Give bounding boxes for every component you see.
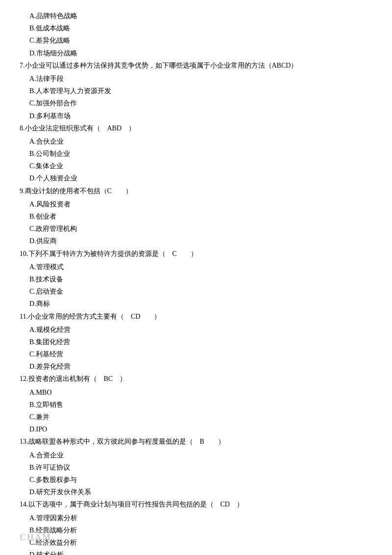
option-item: D.技术分析 bbox=[20, 549, 372, 555]
option-item: B.公司制企业 bbox=[20, 148, 372, 160]
question-item: 12.投资者的退出机制有（ BC ） bbox=[20, 373, 372, 385]
option-item: B.许可证协议 bbox=[20, 461, 372, 474]
option-item: D.多利基市场 bbox=[20, 110, 372, 122]
option-item: C.差异化战略 bbox=[20, 34, 372, 47]
option-item: A.MBO bbox=[20, 386, 372, 399]
option-item: D.研究开发伙伴关系 bbox=[20, 486, 372, 498]
option-item: C.利基经营 bbox=[20, 348, 372, 360]
option-item: A.风险投资者 bbox=[20, 198, 372, 210]
option-item: A.管理因素分析 bbox=[20, 512, 372, 524]
option-item: B.集团化经营 bbox=[20, 336, 372, 348]
option-item: C.政府管理机构 bbox=[20, 223, 372, 235]
option-item: B.技术设备 bbox=[20, 273, 372, 285]
main-content: A.品牌特色战略B.低成本战略C.差异化战略D.市场细分战略7.小企业可以通过多… bbox=[20, 10, 372, 555]
option-item: D.市场细分战略 bbox=[20, 47, 372, 59]
option-item: C.经济效益分析 bbox=[20, 536, 372, 549]
option-item: B.人本管理与人力资源开发 bbox=[20, 85, 372, 97]
option-item: D.供应商 bbox=[20, 235, 372, 247]
option-item: C.加强外部合作 bbox=[20, 97, 372, 109]
option-item: A.管理模式 bbox=[20, 261, 372, 273]
option-item: D.个人独资企业 bbox=[20, 172, 372, 184]
option-item: B.创业者 bbox=[20, 210, 372, 223]
option-item: A.合资企业 bbox=[20, 449, 372, 461]
option-item: D.IPO bbox=[20, 423, 372, 435]
question-item: 10.下列不属于特许方为被特许方提供的资源是（ C ） bbox=[20, 248, 372, 260]
option-item: A.法律手段 bbox=[20, 73, 372, 85]
option-item: C.集体企业 bbox=[20, 160, 372, 172]
question-item: 14.以下选项中，属于商业计划与项目可行性报告共同包括的是（ CD ） bbox=[20, 498, 372, 510]
option-item: C.兼并 bbox=[20, 411, 372, 423]
option-item: D.商标 bbox=[20, 298, 372, 310]
option-item: B.立即销售 bbox=[20, 399, 372, 411]
option-item: A.合伙企业 bbox=[20, 135, 372, 148]
question-item: 7.小企业可以通过多种方法保持其竞争优势，如下哪些选项属于小企业常用的方法（AB… bbox=[20, 59, 372, 72]
option-item: A.规模化经营 bbox=[20, 324, 372, 336]
question-item: 11.小企业常用的经营方式主要有（ CD ） bbox=[20, 310, 372, 323]
question-item: 8.小企业法定组织形式有（ ABD ） bbox=[20, 122, 372, 134]
option-item: C.多数股权参与 bbox=[20, 474, 372, 486]
watermark: CHAM bbox=[20, 530, 51, 545]
option-item: B.低成本战略 bbox=[20, 22, 372, 34]
question-item: 13.战略联盟各种形式中，双方彼此间参与程度最低的是（ B ） bbox=[20, 435, 372, 448]
option-item: C.启动资金 bbox=[20, 285, 372, 298]
option-item: A.品牌特色战略 bbox=[20, 10, 372, 22]
option-item: D.差异化经营 bbox=[20, 360, 372, 373]
option-item: B.经营战略分析 bbox=[20, 524, 372, 536]
question-item: 9.商业计划的使用者不包括（C ） bbox=[20, 185, 372, 197]
